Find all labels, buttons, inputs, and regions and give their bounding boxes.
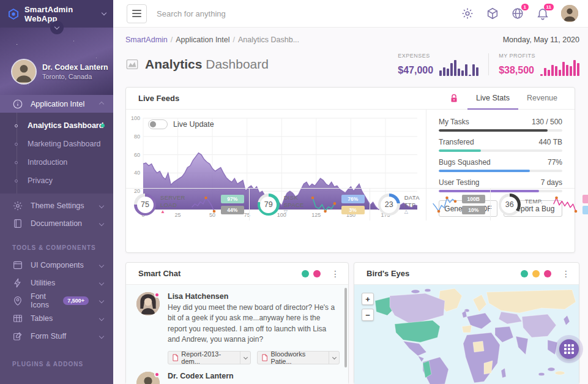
attachment-bloodworks[interactable]: Bloodworks Patie... <box>257 351 340 364</box>
area-chart-icon <box>125 58 139 71</box>
sidebar-item-marketing-dashboard[interactable]: Marketing Dashboard <box>0 135 113 153</box>
breadcrumb: SmartAdmin/Application Intel/Analytics D… <box>125 36 299 44</box>
application-intel-submenu: Analytics Dashboard Marketing Dashboard … <box>0 113 113 194</box>
globe-notifications-icon[interactable]: 1 <box>511 7 524 20</box>
stat-badge: 100B <box>462 195 485 203</box>
bell-icon[interactable]: 11 <box>536 7 549 20</box>
svg-text:80: 80 <box>134 134 140 140</box>
chevron-down-icon <box>99 262 104 267</box>
sidebar-item-privacy[interactable]: Privacy <box>0 171 113 190</box>
temp-tile: 36 TEMP.▽ 12440F <box>491 189 588 220</box>
my-tasks-progress <box>439 129 562 132</box>
search-input[interactable] <box>157 9 451 18</box>
trend-down-icon: ▽ <box>525 205 547 211</box>
metric-label: My Tasks <box>439 118 469 126</box>
bell-badge: 11 <box>544 4 554 10</box>
chevron-down-icon <box>99 333 104 338</box>
tab-revenue[interactable]: Revenue <box>518 88 566 110</box>
sidebar-item-tables[interactable]: Tables <box>0 309 113 327</box>
gear-icon <box>12 200 23 211</box>
metric-value: 7 days <box>541 178 562 187</box>
trend-up-icon: △ <box>404 209 426 215</box>
sidebar-item-analytics-dashboard[interactable]: Analytics Dashboard <box>0 116 113 135</box>
map-zoom-out-button[interactable]: − <box>362 309 374 321</box>
sidebar-profile[interactable]: Dr. Codex Lantern Toronto, Canada <box>0 28 113 95</box>
metric-value: 77% <box>548 158 562 167</box>
sidebar-item-application-intel[interactable]: Application Intel <box>0 95 113 113</box>
chevron-down-icon <box>102 10 106 15</box>
profile-collapse-button[interactable] <box>50 21 64 34</box>
live-update-toggle[interactable]: Live Update <box>148 119 214 129</box>
topbar-avatar[interactable] <box>561 5 578 22</box>
metric-label: Transfered <box>439 138 474 146</box>
breadcrumb-smartadmin[interactable]: SmartAdmin <box>125 36 168 44</box>
svg-text:100: 100 <box>131 115 140 121</box>
sidebar-item-theme-settings[interactable]: Theme Settings <box>0 197 113 214</box>
attachment-dropdown[interactable] <box>329 352 339 364</box>
sidebar-item-font-icons[interactable]: Font Icons 7,500+ <box>0 292 113 309</box>
chat-message: Lisa Hatchensen Hey did you meet the new… <box>136 292 340 366</box>
disk-space-sparkline <box>310 195 337 214</box>
map-zoom-in-button[interactable]: + <box>362 293 374 305</box>
header-stats: EXPENSES $47,000 MY PROFITS $38,500 <box>398 53 579 76</box>
grid-icon <box>564 344 574 354</box>
smart-chat-title: Smart Chat <box>138 269 180 278</box>
data-ttf-tile: 23 DATATTF△ 100B10% <box>370 189 491 220</box>
chevron-down-icon <box>99 280 104 285</box>
world-map[interactable]: + − <box>354 285 579 384</box>
subheader: SmartAdmin/Application Intel/Analytics D… <box>125 36 579 44</box>
breadcrumb-application-intel[interactable]: Application Intel <box>176 36 229 44</box>
kebab-menu-icon[interactable]: ⋮ <box>331 269 340 278</box>
server-load-tile: 75 SERVERLOAD▲ 97%44% <box>126 189 250 220</box>
chevron-up-icon <box>99 101 104 106</box>
kebab-menu-icon[interactable]: ⋮ <box>562 269 570 278</box>
lock-icon[interactable] <box>450 94 458 103</box>
settings-gear-icon[interactable] <box>461 7 474 20</box>
app-launcher-button[interactable] <box>559 339 579 359</box>
live-feeds-title: Live Feeds <box>138 94 179 103</box>
tab-live-stats[interactable]: Live Stats <box>467 88 518 110</box>
online-status-dot <box>154 292 160 298</box>
temp-ring: 36 <box>499 194 521 216</box>
svg-text:40: 40 <box>134 170 140 176</box>
page-title: Analytics Dashboard <box>145 57 269 72</box>
window-icon <box>12 260 23 271</box>
status-dot-teal <box>521 270 528 277</box>
edit-icon <box>12 331 23 342</box>
menu-toggle-button[interactable] <box>127 4 147 23</box>
attachment-dropdown[interactable] <box>240 352 250 364</box>
status-dot-pink <box>313 270 321 277</box>
sidebar-nav: Application Intel Analytics Dashboard Ma… <box>0 95 113 372</box>
sidebar-item-form-stuff[interactable]: Form Stuff <box>0 327 113 345</box>
attachment-report-2013[interactable]: Report-2013-dem... <box>168 351 251 364</box>
toggle-switch[interactable] <box>148 119 168 129</box>
metric-value: 440 TB <box>539 138 562 146</box>
metric-label: User Testing <box>439 178 479 187</box>
stat-badge: 44% <box>221 206 244 214</box>
metric-value: 130 / 500 <box>532 118 562 126</box>
sidebar: SmartAdmin WebApp Dr. Codex Lantern Toro… <box>0 0 113 384</box>
apps-cube-icon[interactable] <box>486 7 499 20</box>
profits-value: $38,500 <box>499 65 534 76</box>
sidebar-item-ui-components[interactable]: UI Components <box>0 256 113 274</box>
temp-sparkline <box>551 195 578 214</box>
sidebar-item-introduction[interactable]: Introduction <box>0 153 113 171</box>
profits-sparkline <box>540 60 579 76</box>
sender-name: Lisa Hatchensen <box>168 292 340 301</box>
sidebar-item-documentation[interactable]: Documentation <box>0 214 113 232</box>
online-status-dot <box>154 372 160 377</box>
chevron-down-icon <box>99 315 104 320</box>
chat-scrollbar-thumb[interactable] <box>344 288 347 367</box>
sidebar-item-utilities[interactable]: Utilities <box>0 274 113 292</box>
chevron-down-icon <box>99 220 104 225</box>
topbar: 1 11 <box>113 0 588 28</box>
stat-tiles-row: 75 SERVERLOAD▲ 97%44% 79 DISKSPACE▽ 76%3… <box>126 188 575 220</box>
server-load-ring: 75 <box>134 194 156 216</box>
topbar-icons: 1 11 <box>461 5 578 22</box>
expenses-sparkline <box>439 60 478 76</box>
status-dot-teal <box>302 270 309 277</box>
stat-badge: 97% <box>221 195 244 203</box>
expenses-value: $47,000 <box>398 65 433 76</box>
smartadmin-app: SmartAdmin WebApp Dr. Codex Lantern Toro… <box>0 0 588 384</box>
expenses-stat: EXPENSES $47,000 <box>398 53 478 76</box>
